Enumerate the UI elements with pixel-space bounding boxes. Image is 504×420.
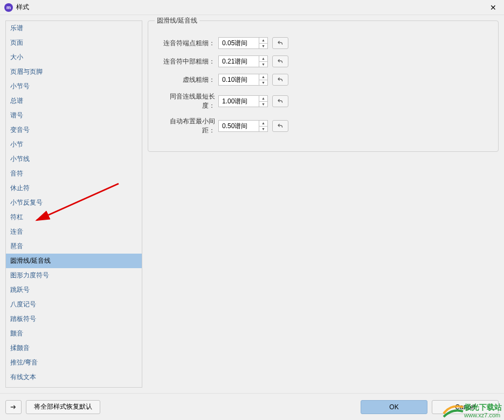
setting-row: 同音连线最短长度：1.00谱间▲▼: [158, 92, 488, 110]
category-sidebar: 乐谱页面大小页眉与页脚小节号总谱谱号变音号小节小节线音符休止符小节反复号符杠连音…: [5, 20, 142, 388]
spinbox-value: 0.05谱间: [219, 39, 259, 48]
undo-icon: [277, 97, 284, 105]
cancel-button[interactable]: Cancel: [432, 400, 499, 414]
sidebar-item[interactable]: 连音: [6, 225, 142, 239]
groupbox-title: 圆滑线/延音线: [155, 16, 199, 25]
sidebar-item[interactable]: 圆滑线/延音线: [6, 254, 142, 268]
undo-icon: [277, 122, 284, 130]
sidebar-item[interactable]: 休止符: [6, 181, 142, 195]
spinbox[interactable]: 1.00谱间▲▼: [218, 95, 268, 107]
setting-label: 连音符端点粗细：: [158, 39, 218, 48]
sidebar-item[interactable]: 颤音: [6, 326, 142, 341]
setting-label: 虚线粗细：: [158, 75, 218, 85]
reset-button[interactable]: [272, 55, 288, 67]
sidebar-item[interactable]: 小节反复号: [6, 195, 142, 210]
sidebar-item[interactable]: 谱号: [6, 108, 142, 123]
sidebar-item[interactable]: 跳跃号: [6, 283, 142, 297]
sidebar-item[interactable]: 小节线: [6, 152, 142, 166]
chevron-up-icon[interactable]: ▲: [259, 56, 267, 62]
chevron-up-icon[interactable]: ▲: [259, 74, 267, 80]
spinbox[interactable]: 0.50谱间▲▼: [218, 120, 268, 132]
sidebar-item[interactable]: 小节号: [6, 79, 142, 94]
sidebar-item[interactable]: 乐谱: [6, 21, 142, 36]
sidebar-item[interactable]: 有线文本: [6, 370, 142, 384]
reset-button[interactable]: [272, 120, 288, 132]
chevron-down-icon[interactable]: ▼: [259, 62, 267, 67]
sidebar-item[interactable]: 推弦/弯音: [6, 355, 142, 370]
chevron-down-icon[interactable]: ▼: [259, 80, 267, 86]
setting-row: 虚线粗细：0.10谱间▲▼: [158, 74, 488, 86]
sidebar-item[interactable]: 琶音: [6, 239, 142, 254]
spinbox-value: 0.21谱间: [219, 57, 259, 66]
window-title: 样式: [16, 3, 487, 12]
sidebar-item[interactable]: 小节: [6, 137, 142, 152]
back-button[interactable]: [5, 400, 22, 414]
sidebar-item[interactable]: 音符: [6, 166, 142, 181]
setting-row: 连音符端点粗细：0.05谱间▲▼: [158, 37, 488, 49]
spinbox-value: 0.10谱间: [219, 75, 259, 85]
reset-button[interactable]: [272, 37, 288, 49]
spinbox[interactable]: 0.21谱间▲▼: [218, 55, 268, 67]
chevron-down-icon[interactable]: ▼: [259, 127, 267, 132]
sidebar-item[interactable]: 大小: [6, 50, 142, 65]
undo-icon: [277, 76, 284, 83]
sidebar-item[interactable]: 总谱有线文本: [6, 384, 142, 388]
chevron-down-icon[interactable]: ▼: [259, 44, 267, 49]
arrow-right-icon: [9, 403, 18, 411]
undo-icon: [277, 58, 284, 65]
settings-groupbox: 圆滑线/延音线 连音符端点粗细：0.05谱间▲▼连音符中部粗细：0.21谱间▲▼…: [148, 20, 499, 152]
titlebar: m 样式 ✕: [0, 0, 504, 15]
sidebar-item[interactable]: 页面: [6, 36, 142, 50]
spinbox[interactable]: 0.10谱间▲▼: [218, 74, 268, 86]
sidebar-item[interactable]: 图形力度符号: [6, 268, 142, 283]
setting-label: 自动布置最小间距：: [158, 117, 218, 135]
close-icon[interactable]: ✕: [487, 1, 500, 14]
setting-row: 自动布置最小间距：0.50谱间▲▼: [158, 117, 488, 135]
sidebar-item[interactable]: 变音号: [6, 123, 142, 137]
setting-label: 同音连线最短长度：: [158, 92, 218, 110]
chevron-up-icon[interactable]: ▲: [259, 96, 267, 102]
chevron-up-icon[interactable]: ▲: [259, 121, 267, 127]
chevron-down-icon[interactable]: ▼: [259, 102, 267, 107]
sidebar-item[interactable]: 符杠: [6, 210, 142, 225]
chevron-up-icon[interactable]: ▲: [259, 38, 267, 44]
sidebar-item[interactable]: 八度记号: [6, 297, 142, 312]
spinbox[interactable]: 0.05谱间▲▼: [218, 37, 268, 49]
sidebar-item[interactable]: 踏板符号: [6, 312, 142, 326]
app-icon: m: [4, 3, 13, 12]
undo-icon: [277, 39, 284, 47]
spinbox-value: 1.00谱间: [219, 97, 259, 106]
footer: 将全部样式恢复默认 OK Cancel: [0, 393, 504, 420]
ok-button[interactable]: OK: [361, 400, 427, 414]
sidebar-item[interactable]: 揉颤音: [6, 341, 142, 355]
reset-button[interactable]: [272, 95, 288, 107]
setting-row: 连音符中部粗细：0.21谱间▲▼: [158, 55, 488, 67]
reset-all-button[interactable]: 将全部样式恢复默认: [26, 400, 100, 414]
reset-button[interactable]: [272, 74, 288, 86]
sidebar-item[interactable]: 页眉与页脚: [6, 65, 142, 79]
sidebar-item[interactable]: 总谱: [6, 94, 142, 108]
setting-label: 连音符中部粗细：: [158, 57, 218, 66]
spinbox-value: 0.50谱间: [219, 122, 259, 131]
